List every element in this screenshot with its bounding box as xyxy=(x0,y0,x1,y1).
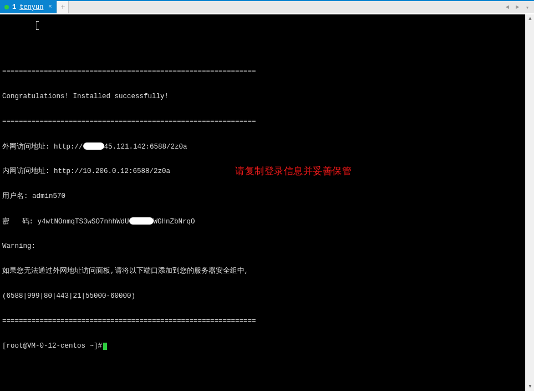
scroll-up-icon[interactable]: ▲ xyxy=(526,14,534,23)
cursor-block-icon xyxy=(103,343,107,350)
warning-text-line: 如果您无法通过外网地址访问面板,请将以下端口添加到您的服务器安全组中, xyxy=(2,267,523,276)
scrollbar[interactable]: ▲ ▼ xyxy=(525,14,534,391)
tab-bar: 1 tenyun × + ◄ ► ▾ xyxy=(0,0,534,13)
status-dot-icon xyxy=(4,5,9,9)
password-line: 密 码: y4wtNOnmqTS3wSO7nhhWdUWGHnZbNrqO xyxy=(2,217,523,226)
tab-label: tenyun xyxy=(19,3,43,11)
divider-line: ========================================… xyxy=(2,118,523,126)
scroll-down-icon[interactable]: ▼ xyxy=(526,382,534,391)
external-url-line: 外网访问地址: http://45.121.142:6588/2z0a xyxy=(2,142,523,151)
redacted-ip xyxy=(83,142,104,150)
next-tab-icon[interactable]: ► xyxy=(513,2,522,13)
internal-url-line: 内网访问地址: http://10.206.0.12:6588/2z0a请复制登… xyxy=(2,167,523,176)
tab-nav-controls: ◄ ► ▾ xyxy=(503,1,534,13)
redacted-password xyxy=(129,217,154,225)
terminal[interactable]: ========================================… xyxy=(0,14,525,391)
terminal-container: ========================================… xyxy=(0,13,534,392)
close-icon[interactable]: × xyxy=(47,4,53,11)
divider-line: ========================================… xyxy=(2,68,523,76)
warning-label: Warning: xyxy=(2,242,523,251)
shell-prompt: [root@VM-0-12-centos ~]# xyxy=(2,342,102,350)
username-line: 用户名: admin570 xyxy=(2,192,523,201)
shell-prompt-line: [root@VM-0-12-centos ~]# xyxy=(2,342,523,350)
ports-line: (6588|999|80|443|21|55000-60000) xyxy=(2,292,523,301)
tab-menu-icon[interactable]: ▾ xyxy=(523,2,532,13)
text-cursor-icon xyxy=(37,21,37,30)
install-success-line: Congratulations! Installed successfully! xyxy=(2,93,523,101)
overlay-warning-text: 请复制登录信息并妥善保管 xyxy=(235,167,352,175)
tab-tenyun[interactable]: 1 tenyun × xyxy=(0,1,57,13)
divider-line: ========================================… xyxy=(2,317,523,325)
new-tab-button[interactable]: + xyxy=(57,1,69,13)
prev-tab-icon[interactable]: ◄ xyxy=(503,2,512,13)
tab-number: 1 xyxy=(12,3,16,11)
